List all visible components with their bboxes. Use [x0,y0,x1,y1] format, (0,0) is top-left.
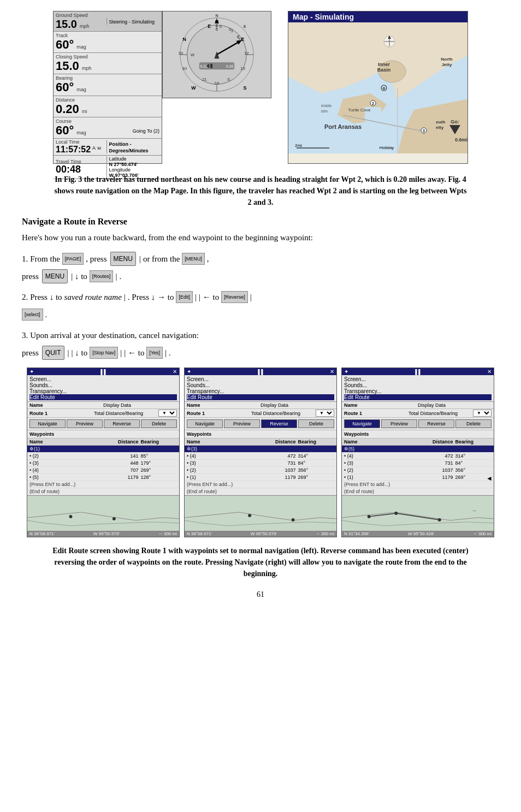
step3-key1[interactable]: QUIT [42,346,64,360]
rs-left-close-icon[interactable]: ✕ [173,369,177,375]
svg-text:etty: etty [436,125,444,130]
step2-img1: [Edit] [176,291,193,303]
step1-key2[interactable]: MENU [42,269,68,283]
compass-svg: N N E 6 E 3 6 E 6 3 E 12 [163,11,271,98]
rs-center-title: ✦ [187,369,191,375]
distance-unit: mi [82,109,87,114]
rs-center-preview-btn[interactable]: Preview [224,419,260,428]
rs-right-preview-btn[interactable]: Preview [381,419,417,428]
rs-center-menu-screen[interactable]: Screen... [187,376,334,382]
rs-left-reverse-btn[interactable]: Reverse [104,419,140,428]
step3-text: Upon arrival at your destination, cancel… [30,327,199,343]
rs-left-menu-editroute[interactable]: Edit Route [29,394,177,400]
distance-row: Distance 0.20 mi [54,96,162,117]
gs-unit: mph [80,23,90,29]
rs-center-menu-editroute[interactable]: Edit Route [187,394,334,400]
step2-italic: saved route name [64,289,122,305]
rs-center-wpt-1[interactable]: • (1) 1179 269° [185,474,336,481]
time-suffix: A [92,145,96,151]
rs-right-wpt-2[interactable]: • (2) 1037 356° [342,467,494,474]
rs-left-footer-right: ↔ 300 mi [158,531,177,536]
step1-pipe1: | [139,251,141,267]
rs-right-reverse-btn[interactable]: Reverse [418,419,454,428]
bearing-row: Bearing 60° mag [54,74,162,96]
rs-center-menu-transparency[interactable]: Transparency... [187,388,334,394]
rs-center-btn-row: Navigate Preview Reverse Delete [185,418,336,430]
rs-right-bearing-select[interactable]: ▼ [473,410,492,417]
svg-rect-74 [27,496,179,531]
step1-line1: 1. From the [PAGE] , press MENU | or fro… [22,251,499,267]
rs-right-title: ✦ [344,369,348,375]
closing-row: Closing Speed 15.0 mph [54,53,162,74]
step3-pipe3: | [165,345,167,361]
rs-center-reverse-btn[interactable]: Reverse [261,419,297,428]
rs-left-title-text: ▐ ▌ [34,369,173,375]
rs-left-wpt-5[interactable]: • (5) 1179 128° [27,474,179,481]
rs-right-route-name: Route 1 [344,411,408,416]
rs-center-map [185,495,336,531]
rs-left-preview-btn[interactable]: Preview [67,419,103,428]
rs-right-wpt-5[interactable]: ✲(5) [342,446,494,453]
localtime-label: Local Time [56,139,106,145]
rs-right-map: ↔ [342,495,494,531]
svg-text:⊕: ⊕ [382,86,386,90]
step2-pipe3: | [250,289,252,305]
course-data: Course 60° mag Going To (2) [56,118,159,137]
rs-center-wpt-3b[interactable]: • (3) 731 84° [185,460,336,467]
rs-right-menu-editroute[interactable]: Edit Route [344,394,492,400]
rs-center-menu-sounds[interactable]: Sounds... [187,382,334,388]
rs-right-menu-screen[interactable]: Screen... [344,376,492,382]
rs-center-bearing-select[interactable]: ▼ [316,410,334,417]
rs-left-menu-transparency[interactable]: Transparency... [29,388,177,394]
rs-center-wpt-3[interactable]: ✲(3) [185,446,336,453]
rs-left-delete-btn[interactable]: Delete [141,419,177,428]
rs-right-wpts-cols: Name Distance Bearing [342,438,494,446]
step1-key1[interactable]: MENU [110,252,136,266]
step2-img3: [select] [22,309,43,321]
rs-right-menu-transparency[interactable]: Transparency... [344,388,492,394]
rs-left-menu-sounds[interactable]: Sounds... [29,382,177,388]
rs-left-wpt-3[interactable]: • (3) 448 179° [27,460,179,467]
rs-center-wpt-2[interactable]: • (2) 1037 356° [185,467,336,474]
svg-rect-77 [185,496,336,531]
rs-center-close-icon[interactable]: ✕ [330,369,334,375]
svg-text:S: S [243,85,246,91]
rs-center-navigate-btn[interactable]: Navigate [187,419,223,428]
rs-right-wpt-4[interactable]: • (4) 472 314° [342,453,494,460]
step1-num: 1. [22,251,28,267]
rs-right-close-icon[interactable]: ✕ [487,369,492,375]
rs-right-wpt-1[interactable]: • (1) 1179 269° ◄ [342,474,494,481]
rs-right-wpt-3[interactable]: • (3) 731 84° [342,460,494,467]
svg-text:W: W [191,52,195,57]
rs-right-delete-btn[interactable]: Delete [455,419,492,428]
rs-left-navigate-btn[interactable]: Navigate [29,419,66,428]
bearing-value: 60° [56,80,74,94]
rs-left-wpt-1[interactable]: ✲(1) [27,446,179,453]
track-data: Track 60° mag [56,33,159,51]
svg-text:6: 6 [216,23,218,28]
rs-left-menu-screen[interactable]: Screen... [29,376,177,382]
step2-pipe2: | [195,289,197,305]
lon-label: Longitude [109,167,160,173]
route-screen-center: ✦ ▐ ▌ ✕ Screen... Sounds... Transparency… [184,368,337,537]
step1-press2: press [22,268,39,285]
rs-right-wpts-header: Waypoints [342,430,494,438]
rs-left-wpt-4[interactable]: • (4) 707 269° [27,467,179,474]
rs-center-wpt-4[interactable]: • (4) 472 314° [185,453,336,460]
rs-right-menu-sounds[interactable]: Sounds... [344,382,492,388]
rs-left-wpt-2[interactable]: • (2) 141 85° [27,453,179,460]
nav-compass-row: Ground Speed 15.0 mph Steering - Simulat… [53,11,282,164]
svg-text:W: W [191,85,196,91]
time-value: 11:57:52 [56,145,91,154]
steering-label: Steering - Simulating [109,19,155,25]
rs-left-bearing-select[interactable]: ▼ [158,410,177,417]
step2-text2: . Press ↓ → to [128,289,174,305]
step2-text1: Press ↓ to [30,289,62,305]
step2-pipe1: | [124,289,126,305]
step1-press: , press [86,251,106,267]
step3-press: press [22,345,39,361]
rs-right-navigate-btn[interactable]: Navigate [344,419,380,428]
rs-center-delete-btn[interactable]: Delete [298,419,334,428]
gs-steering-row: Ground Speed 15.0 mph Steering - Simulat… [54,11,162,32]
rs-left-press-ent: (Press ENT to add...) [27,481,179,488]
